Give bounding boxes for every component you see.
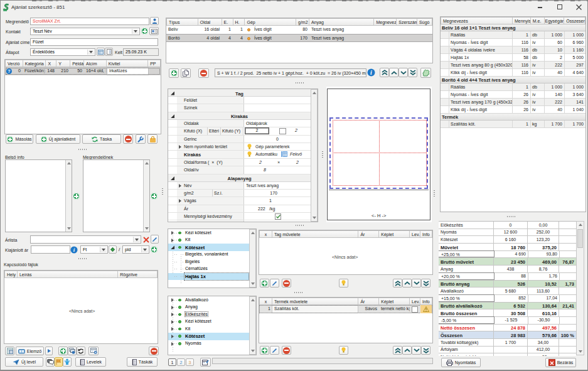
svg-text:?: ? (8, 69, 10, 73)
svg-text:i: i (370, 69, 372, 76)
